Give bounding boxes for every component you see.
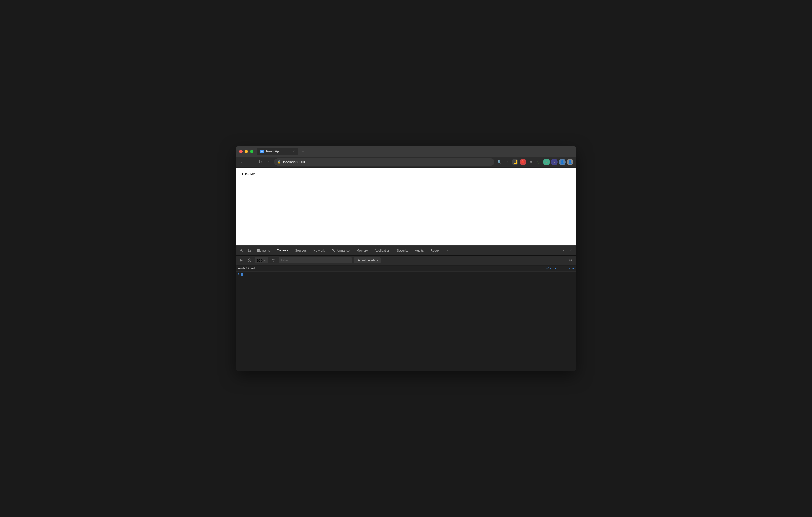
- inspect-element-icon[interactable]: [238, 247, 245, 254]
- console-prompt-row[interactable]: >: [236, 272, 576, 277]
- extension-icon-1[interactable]: 🌙: [512, 159, 519, 165]
- svg-point-8: [273, 260, 274, 261]
- new-tab-button[interactable]: +: [299, 148, 307, 155]
- browser-tab[interactable]: R React App ×: [257, 148, 298, 155]
- devtools-panel: Elements Console Sources Network Perform…: [236, 246, 576, 371]
- tab-network[interactable]: Network: [310, 247, 328, 254]
- close-button[interactable]: [239, 150, 242, 153]
- filter-input[interactable]: [279, 257, 352, 263]
- forward-button[interactable]: →: [248, 158, 255, 166]
- context-value: top: [257, 258, 263, 263]
- context-dropdown-arrow: ▼: [264, 259, 266, 262]
- bookmark-icon[interactable]: ☆: [504, 159, 511, 165]
- address-bar: ← → ↻ ⌂ 🔒 localhost:3000 🔍 ☆ 🌙 🔴 ⚙ ▽ ● ●…: [236, 157, 576, 168]
- back-button[interactable]: ←: [239, 158, 246, 166]
- log-levels-button[interactable]: Default levels ▾: [354, 257, 381, 263]
- console-log-source[interactable]: AlertButton.js:5: [546, 267, 574, 270]
- console-cursor: [241, 273, 243, 276]
- minimize-button[interactable]: [244, 150, 248, 153]
- tab-favicon: R: [260, 150, 264, 153]
- reload-button[interactable]: ↻: [256, 158, 264, 166]
- run-snippet-icon[interactable]: [238, 257, 244, 264]
- tab-redux[interactable]: Redux: [428, 247, 443, 254]
- maximize-button[interactable]: [250, 150, 254, 153]
- eye-icon[interactable]: [270, 257, 277, 264]
- console-toolbar: top ▼ Default levels ▾: [236, 255, 576, 265]
- svg-rect-3: [250, 250, 251, 252]
- extension-icon-5[interactable]: ●: [543, 159, 550, 165]
- console-log-value: undefined: [238, 267, 546, 271]
- search-icon[interactable]: 🔍: [496, 159, 503, 165]
- console-log-row: undefined AlertButton.js:5: [236, 266, 576, 272]
- browser-window: R React App × + ← → ↻ ⌂ 🔒 localhost:3000…: [236, 146, 576, 371]
- devtools-tab-bar: Elements Console Sources Network Perform…: [236, 246, 576, 255]
- context-selector[interactable]: top ▼: [255, 257, 268, 264]
- device-toolbar-icon[interactable]: [246, 247, 253, 254]
- tab-bar: R React App × +: [257, 148, 573, 155]
- more-tabs-button[interactable]: »: [443, 247, 451, 254]
- tab-security[interactable]: Security: [394, 247, 411, 254]
- devtools-menu-icon[interactable]: ⋮: [560, 247, 567, 254]
- tab-close-icon[interactable]: ×: [293, 150, 295, 153]
- window-controls: [239, 150, 254, 153]
- click-me-button[interactable]: Click Me: [239, 171, 258, 177]
- tab-performance[interactable]: Performance: [328, 247, 353, 254]
- tab-application[interactable]: Application: [372, 247, 393, 254]
- extension-icon-4[interactable]: ▽: [535, 159, 542, 165]
- console-output: undefined AlertButton.js:5 >: [236, 265, 576, 371]
- extension-icon-2[interactable]: 🔴: [520, 159, 526, 165]
- url-text: localhost:3000: [283, 160, 305, 164]
- svg-rect-2: [248, 249, 250, 252]
- address-icons: 🔍 ☆ 🌙 🔴 ⚙ ▽ ● ● 👤 👤: [496, 159, 573, 165]
- svg-point-9: [570, 260, 572, 261]
- tab-sources[interactable]: Sources: [292, 247, 310, 254]
- svg-rect-0: [240, 249, 242, 251]
- svg-point-7: [272, 259, 275, 262]
- svg-line-1: [242, 251, 243, 252]
- tab-title: React App: [266, 150, 291, 153]
- tab-audits[interactable]: Audits: [412, 247, 427, 254]
- page-content: Click Me: [236, 168, 576, 245]
- extension-icon-3[interactable]: ⚙: [527, 159, 534, 165]
- svg-line-6: [249, 259, 251, 262]
- devtools-close-icon[interactable]: ×: [568, 247, 574, 254]
- home-button[interactable]: ⌂: [265, 158, 272, 166]
- title-bar: R React App × +: [236, 146, 576, 157]
- lock-icon: 🔒: [277, 160, 281, 163]
- console-caret-icon: >: [238, 273, 240, 276]
- tab-memory[interactable]: Memory: [353, 247, 371, 254]
- tab-console[interactable]: Console: [273, 247, 291, 254]
- console-settings-icon[interactable]: [568, 257, 574, 264]
- url-bar[interactable]: 🔒 localhost:3000: [274, 158, 494, 166]
- clear-console-icon[interactable]: [246, 257, 253, 264]
- devtools-tabs-list: Elements Console Sources Network Perform…: [254, 247, 560, 254]
- extension-icon-6[interactable]: ●: [551, 159, 558, 165]
- profile-avatar[interactable]: 👤: [559, 159, 566, 165]
- devtools-actions: ⋮ ×: [560, 247, 574, 254]
- tab-elements[interactable]: Elements: [254, 247, 273, 254]
- svg-marker-4: [240, 259, 242, 262]
- profile-avatar-2[interactable]: 👤: [567, 159, 573, 165]
